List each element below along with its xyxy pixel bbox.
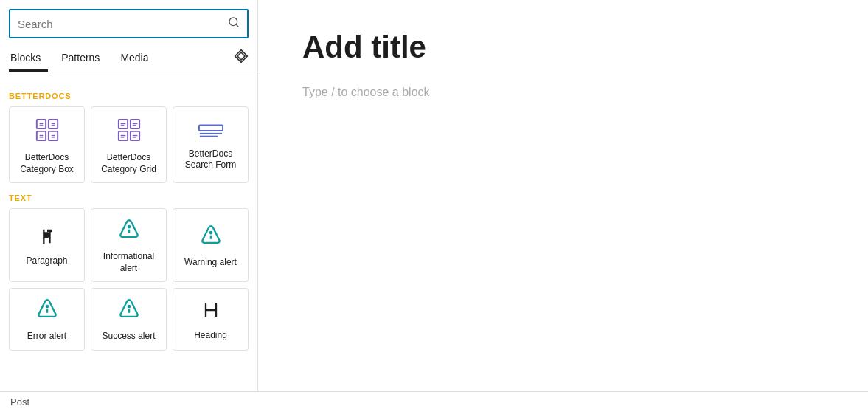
category-box-icon [35, 117, 60, 146]
search-bar [0, 0, 257, 38]
block-item-success-alert[interactable]: Success alert [91, 288, 167, 351]
heading-icon [201, 300, 221, 324]
svg-point-31 [128, 226, 130, 228]
block-item-heading[interactable]: Heading [173, 288, 249, 351]
tabs-bar: Blocks Patterns Media [0, 41, 257, 75]
block-item-error-alert[interactable]: Error alert [9, 288, 85, 351]
block-label-success-alert: Success alert [102, 331, 155, 343]
svg-rect-41 [206, 309, 216, 311]
main-editor: Add title Type / to choose a block [258, 0, 868, 391]
block-label-error-alert: Error alert [27, 331, 66, 343]
svg-point-35 [46, 306, 48, 308]
error-alert-icon [36, 299, 58, 325]
search-input-wrapper[interactable] [9, 9, 249, 38]
bottom-bar: Post [0, 391, 868, 412]
block-label-category-box: BetterDocs Category Box [14, 152, 80, 175]
block-list: BETTERDOCS [0, 75, 257, 391]
block-label-warning-alert: Warning alert [184, 257, 237, 269]
sidebar: Blocks Patterns Media BETTERDOCS [0, 0, 258, 391]
category-label-betterdocs: BETTERDOCS [9, 92, 249, 100]
svg-marker-3 [237, 52, 245, 60]
block-item-warning-alert[interactable]: Warning alert [173, 208, 249, 282]
category-grid-icon [117, 117, 142, 146]
app-container: Blocks Patterns Media BETTERDOCS [0, 0, 868, 391]
editor-title[interactable]: Add title [302, 30, 824, 65]
search-input[interactable] [18, 18, 228, 30]
success-alert-icon [118, 299, 140, 325]
block-label-search-form: BetterDocs Search Form [178, 148, 243, 171]
block-label-heading: Heading [194, 330, 227, 342]
info-alert-icon [118, 219, 140, 245]
tab-blocks[interactable]: Blocks [9, 44, 48, 72]
text-blocks-grid: Paragraph Informational alert [9, 208, 249, 351]
block-item-informational-alert[interactable]: Informational alert [91, 208, 167, 282]
post-label: Post [10, 396, 29, 408]
paragraph-icon [37, 226, 58, 250]
svg-line-1 [236, 24, 238, 27]
block-item-category-grid[interactable]: BetterDocs Category Grid [91, 106, 167, 183]
tab-patterns[interactable]: Patterns [60, 44, 107, 72]
diamond-icon[interactable] [234, 41, 249, 75]
block-label-informational-alert: Informational alert [96, 251, 162, 274]
tab-media[interactable]: Media [119, 44, 156, 72]
betterdocs-blocks-grid: BetterDocs Category Box [9, 106, 249, 183]
category-label-text: TEXT [9, 193, 249, 202]
block-label-paragraph: Paragraph [26, 255, 67, 267]
block-item-category-box[interactable]: BetterDocs Category Box [9, 106, 85, 183]
svg-point-33 [209, 232, 212, 234]
block-item-paragraph[interactable]: Paragraph [9, 208, 85, 282]
search-icon [228, 16, 240, 31]
block-label-category-grid: BetterDocs Category Grid [96, 152, 162, 175]
svg-rect-28 [198, 125, 222, 131]
svg-point-37 [128, 306, 130, 308]
block-item-search-form[interactable]: BetterDocs Search Form [173, 106, 249, 183]
warning-alert-icon [200, 225, 222, 251]
search-form-icon [198, 122, 223, 143]
editor-placeholder[interactable]: Type / to choose a block [302, 86, 824, 99]
